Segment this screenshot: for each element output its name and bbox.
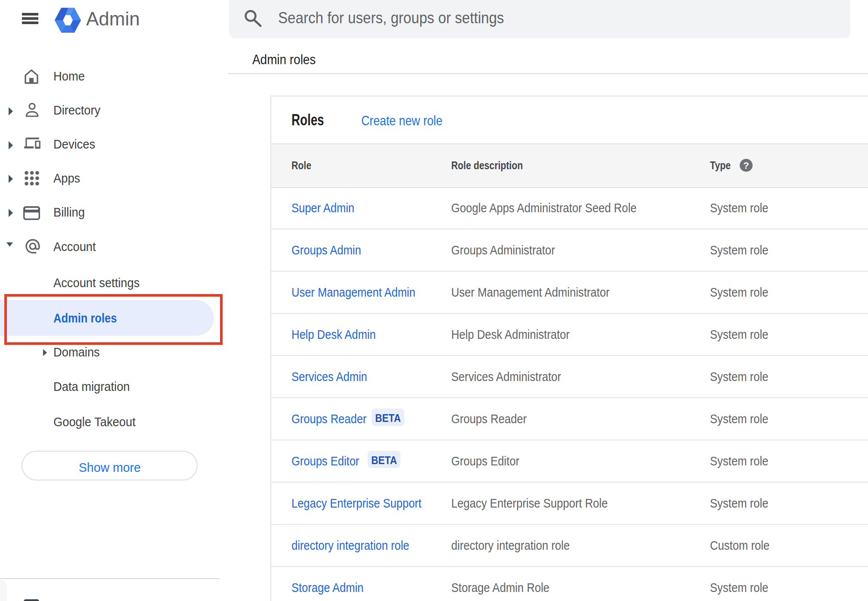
svg-text:?: ? [743, 160, 749, 171]
